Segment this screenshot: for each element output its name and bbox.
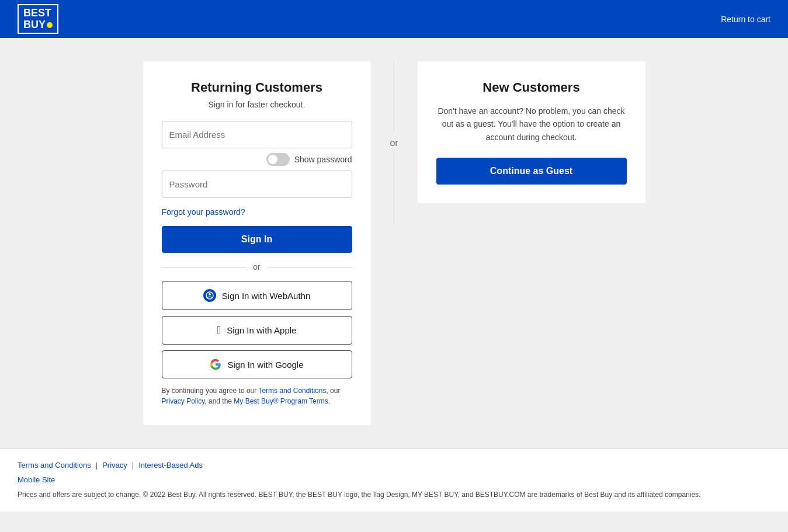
apple-label: Sign In with Apple — [227, 325, 296, 335]
footer-divider-1: | — [96, 461, 98, 470]
svg-point-1 — [209, 293, 211, 295]
google-sign-in-button[interactable]: Sign In with Google — [162, 350, 352, 378]
header: BEST BUY Return to cart — [0, 0, 788, 38]
footer-privacy-link[interactable]: Privacy — [102, 461, 127, 470]
returning-customers-title: Returning Customers — [162, 80, 352, 95]
returning-customers-subtitle: Sign in for faster checkout. — [162, 100, 352, 109]
continue-as-guest-button[interactable]: Continue as Guest — [436, 158, 627, 185]
footer-links: Terms and Conditions | Privacy | Interes… — [18, 461, 770, 470]
footer-interest-link[interactable]: Interest-Based Ads — [138, 461, 203, 470]
or-line-right — [268, 267, 352, 267]
terms-link[interactable]: Terms and Conditions — [258, 387, 326, 395]
privacy-link[interactable]: Privacy Policy — [162, 397, 205, 405]
toggle-slider — [266, 153, 290, 166]
returning-customers-panel: Returning Customers Sign in for faster c… — [143, 61, 371, 425]
or-separator-line: or — [394, 61, 394, 225]
or-text: or — [253, 262, 260, 272]
google-icon — [210, 359, 221, 370]
email-input[interactable] — [162, 121, 352, 148]
new-customers-desc: Don't have an account? No problem, you c… — [436, 105, 627, 144]
logo-tag — [47, 22, 53, 28]
apple-sign-in-button[interactable]:  Sign In with Apple — [162, 316, 352, 345]
main-content: Returning Customers Sign in for faster c… — [44, 61, 745, 425]
sign-in-button[interactable]: Sign In — [162, 226, 352, 253]
show-password-label: Show password — [294, 155, 352, 164]
footer-terms-link[interactable]: Terms and Conditions — [18, 461, 91, 470]
logo: BEST BUY — [18, 4, 58, 34]
mybest-link[interactable]: My Best Buy® Program Terms — [234, 397, 328, 405]
footer-mobile-link[interactable]: Mobile Site — [18, 475, 55, 484]
legal-text: By continuing you agree to our Terms and… — [162, 385, 352, 406]
apple-icon:  — [217, 324, 221, 336]
webauthn-button[interactable]: Sign In with WebAuthn — [162, 281, 352, 310]
return-to-cart-link[interactable]: Return to cart — [721, 15, 770, 24]
password-input[interactable] — [162, 171, 352, 198]
or-separator-text: or — [387, 133, 400, 153]
logo-box: BEST BUY — [18, 4, 58, 34]
password-input-wrap — [162, 171, 352, 203]
show-password-toggle[interactable] — [266, 153, 290, 166]
new-customers-panel: New Customers Don't have an account? No … — [418, 61, 645, 203]
google-label: Sign In with Google — [227, 360, 303, 370]
footer-divider-2: | — [132, 461, 134, 470]
footer-mobile: Mobile Site — [18, 474, 770, 485]
logo-best: BEST — [23, 8, 53, 19]
show-password-row: Show password — [162, 153, 352, 166]
webauthn-icon — [203, 289, 216, 302]
forgot-password-link[interactable]: Forgot your password? — [162, 207, 352, 217]
or-separator: or — [371, 61, 418, 225]
or-line-left — [162, 267, 247, 267]
footer: Terms and Conditions | Privacy | Interes… — [0, 448, 788, 512]
logo-buy: BUY — [23, 19, 53, 31]
or-divider: or — [162, 262, 352, 272]
footer-copyright: Prices and offers are subject to change.… — [18, 489, 770, 500]
webauthn-label: Sign In with WebAuthn — [222, 291, 310, 301]
new-customers-title: New Customers — [436, 80, 627, 95]
